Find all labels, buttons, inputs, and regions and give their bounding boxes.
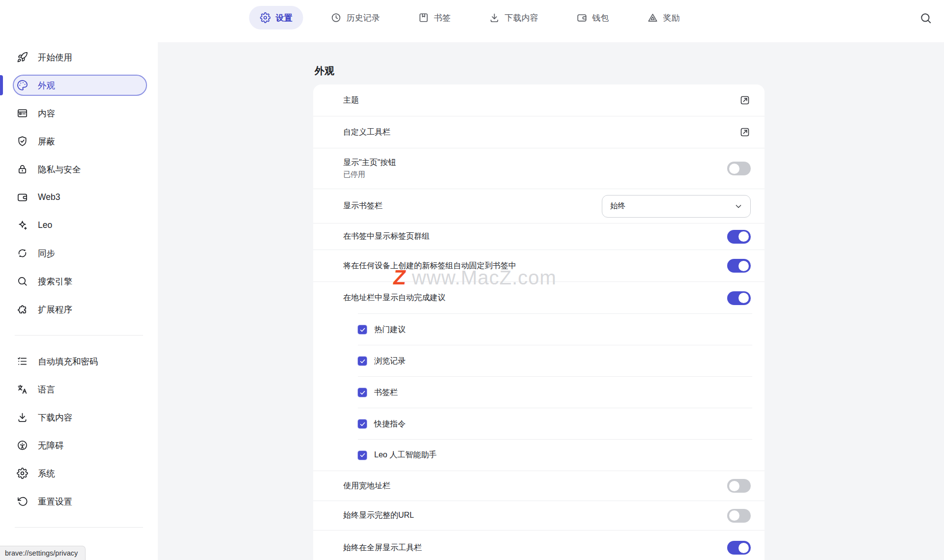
tab-wallet[interactable]: 钱包 xyxy=(566,6,620,29)
sidebar-item-label: 自动填充和密码 xyxy=(38,356,98,367)
shield-check-icon xyxy=(17,136,28,147)
full-url-toggle[interactable] xyxy=(727,509,751,523)
row-shortcuts-suggestion: 快捷指令 xyxy=(313,408,765,440)
sidebar-item-label: 下载内容 xyxy=(38,412,72,423)
bookmarks-bar-select[interactable]: 始终 xyxy=(602,195,751,218)
sidebar-item-label: 扩展程序 xyxy=(38,304,72,315)
tab-rewards[interactable]: 奖励 xyxy=(637,6,691,29)
row-label: 始终在全屏显示工具栏 xyxy=(343,543,727,553)
sidebar-item-label: 系统 xyxy=(38,468,55,479)
status-url: brave://settings/privacy xyxy=(5,549,78,557)
row-label: 始终显示完整的URL xyxy=(343,510,727,521)
tab-label: 书签 xyxy=(434,12,451,24)
search-button[interactable] xyxy=(919,12,933,26)
row-top-suggestions: 热门建议 xyxy=(313,314,765,345)
top-suggestions-checkbox[interactable] xyxy=(358,325,367,334)
tab-label: 历史记录 xyxy=(347,12,380,24)
checkbox-label: 快捷指令 xyxy=(374,419,751,429)
sidebar-item-label: 无障碍 xyxy=(38,440,64,451)
row-label: 将在任何设备上创建的新标签组自动固定到书签中 xyxy=(343,261,727,271)
sidebar-item-label: 重置设置 xyxy=(38,496,72,507)
sidebar-item-extensions[interactable]: 扩展程序 xyxy=(0,295,158,323)
sidebar-item-label: 同步 xyxy=(38,248,55,259)
tab-downloads[interactable]: 下载内容 xyxy=(478,6,549,29)
sidebar-item-sync[interactable]: 同步 xyxy=(0,239,158,267)
sidebar-item-label: 内容 xyxy=(38,108,55,119)
sync-icon xyxy=(17,248,28,259)
check-icon xyxy=(359,327,366,333)
tab-bookmarks[interactable]: 书签 xyxy=(408,6,462,29)
wide-address-bar-toggle[interactable] xyxy=(727,479,751,493)
checklist-icon xyxy=(17,356,28,367)
row-bookmarks-bar: 显示书签栏 始终 xyxy=(313,189,765,224)
checkbox-label: 浏览记录 xyxy=(374,356,751,366)
history-icon xyxy=(331,12,342,23)
row-label: 主题 xyxy=(343,95,739,106)
sidebar-item-search-engine[interactable]: 搜索引擎 xyxy=(0,267,158,295)
select-value: 始终 xyxy=(610,201,625,211)
row-home-button: 显示"主页"按钮 已停用 xyxy=(313,148,765,189)
row-customize-toolbar: 自定义工具栏 xyxy=(313,116,765,148)
row-theme: 主题 xyxy=(313,84,765,116)
sidebar-item-languages[interactable]: 语言 xyxy=(0,375,158,403)
rewards-icon xyxy=(648,12,658,23)
leo-checkbox[interactable] xyxy=(358,451,367,460)
checkbox-label: 热门建议 xyxy=(374,325,751,335)
sidebar-item-system[interactable]: 系统 xyxy=(0,459,158,487)
bookmarks-checkbox[interactable] xyxy=(358,388,367,397)
row-tab-groups: 在书签中显示标签页群组 xyxy=(313,224,765,250)
sidebar-item-label: 隐私与安全 xyxy=(38,164,81,175)
sidebar-item-shields[interactable]: 屏蔽 xyxy=(0,127,158,155)
home-button-toggle[interactable] xyxy=(727,162,751,175)
search-icon xyxy=(17,276,28,287)
check-icon xyxy=(359,421,366,427)
row-label: 显示"主页"按钮 已停用 xyxy=(343,158,727,179)
autocomplete-toggle[interactable] xyxy=(727,291,751,305)
sidebar-item-autofill[interactable]: 自动填充和密码 xyxy=(0,347,158,375)
sidebar-item-web3[interactable]: Web3 xyxy=(0,183,158,211)
wallet-icon xyxy=(17,192,28,203)
status-url-bubble: brave://settings/privacy xyxy=(0,546,86,560)
lock-icon xyxy=(17,164,28,175)
row-toolbar-fullscreen: 始终在全屏显示工具栏 xyxy=(313,531,765,560)
settings-content: 外观 Z www.MacZ.com 主题 自定义工具栏 显示"主页"按钮 已停用 xyxy=(158,42,944,560)
puzzle-icon xyxy=(17,304,28,315)
tab-label: 钱包 xyxy=(592,12,609,24)
gear-icon xyxy=(260,12,271,23)
translate-icon xyxy=(17,384,28,395)
external-link-icon[interactable] xyxy=(739,94,751,106)
row-wide-address-bar: 使用宽地址栏 xyxy=(313,471,765,501)
checkbox-label: Leo 人工智能助手 xyxy=(374,450,751,460)
wallet-icon xyxy=(577,12,588,23)
downloads-icon xyxy=(489,12,500,23)
rocket-icon xyxy=(17,52,28,63)
sidebar-item-appearance[interactable]: 外观 xyxy=(0,71,158,99)
checkbox-label: 书签栏 xyxy=(374,388,751,398)
external-link-icon[interactable] xyxy=(739,126,751,138)
sidebar-item-downloads[interactable]: 下载内容 xyxy=(0,403,158,431)
download-icon xyxy=(17,412,28,423)
tab-history[interactable]: 历史记录 xyxy=(320,6,391,29)
browsing-history-checkbox[interactable] xyxy=(358,357,367,365)
auto-pin-toggle[interactable] xyxy=(727,259,751,273)
sidebar-item-accessibility[interactable]: 无障碍 xyxy=(0,431,158,459)
sidebar-item-content[interactable]: 内容 xyxy=(0,99,158,127)
check-icon xyxy=(359,358,366,364)
search-icon xyxy=(919,12,932,25)
row-leo-suggestion: Leo 人工智能助手 xyxy=(313,440,765,471)
toolbar-fullscreen-toggle[interactable] xyxy=(727,541,751,555)
sidebar-divider xyxy=(15,527,143,528)
settings-sidebar: 开始使用 外观 内容 屏蔽 隐私与安全 Web3 Leo 同步 搜索引擎 扩展程… xyxy=(0,42,158,560)
sidebar-item-privacy[interactable]: 隐私与安全 xyxy=(0,155,158,183)
tab-settings[interactable]: 设置 xyxy=(249,6,303,29)
row-browsing-history: 浏览记录 xyxy=(313,345,765,377)
sidebar-item-leo[interactable]: Leo xyxy=(0,211,158,239)
reset-icon xyxy=(17,496,28,507)
sidebar-item-get-started[interactable]: 开始使用 xyxy=(0,43,158,71)
tab-groups-toggle[interactable] xyxy=(727,230,751,244)
sidebar-item-label: 屏蔽 xyxy=(38,136,55,147)
top-nav: 设置 历史记录 书签 下载内容 钱包 奖励 xyxy=(249,6,691,29)
sidebar-item-reset[interactable]: 重置设置 xyxy=(0,487,158,515)
shortcuts-checkbox[interactable] xyxy=(358,420,367,428)
chevron-down-icon xyxy=(734,201,743,211)
